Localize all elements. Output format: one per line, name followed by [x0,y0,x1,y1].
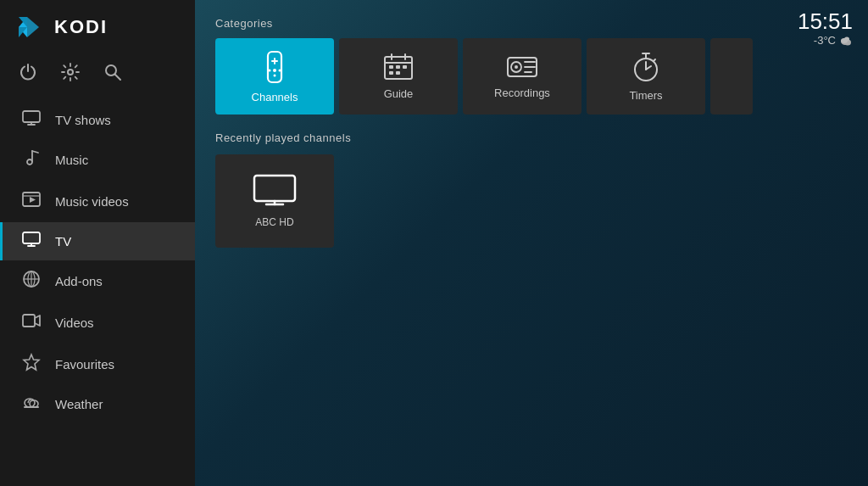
recently-section: Recently played channels ABC HD [215,131,848,248]
sidebar-label-weather: Weather [55,397,103,411]
abc-hd-label: ABC HD [255,216,293,228]
main-content: 15:51 -3°C Categories [195,0,868,486]
timers-label: Timers [629,89,662,102]
channels-icon [261,50,288,84]
sidebar-label-add-ons: Add-ons [55,274,103,288]
sidebar-label-favourites: Favourites [55,357,114,371]
music-videos-icon [21,190,42,213]
power-icon[interactable] [19,63,37,86]
svg-rect-43 [389,71,393,75]
svg-marker-22 [35,316,40,326]
svg-point-35 [269,69,271,71]
clock-weather: -3°C [798,34,853,47]
abc-hd-icon [253,174,297,208]
svg-line-6 [115,75,121,81]
search-icon[interactable] [103,63,122,86]
tv-shows-icon [21,110,42,130]
svg-marker-12 [30,197,36,203]
categories-label: Categories [215,17,848,30]
channels-label: Channels [252,91,298,103]
weather-icon [21,394,42,414]
logo-area: KODI [0,0,195,54]
sidebar-item-tv-shows[interactable]: TV shows [0,101,195,139]
timers-icon [632,52,659,82]
svg-rect-42 [403,65,407,69]
recordings-icon [506,54,538,80]
svg-point-10 [27,159,32,165]
tv-icon [21,232,42,251]
channel-tile-abc-hd[interactable]: ABC HD [215,154,334,248]
svg-point-37 [274,74,276,76]
svg-rect-7 [23,111,40,122]
svg-line-58 [654,59,655,61]
settings-icon[interactable] [61,63,80,86]
category-tile-channels[interactable]: Channels [215,38,334,115]
app-title: KODI [54,16,108,38]
channels-row: ABC HD [215,154,848,248]
svg-marker-1 [27,17,39,37]
clock-area: 15:51 -3°C [798,10,853,47]
svg-point-49 [515,65,518,69]
add-ons-icon [21,270,42,293]
videos-icon [21,311,42,334]
sidebar-item-videos[interactable]: Videos [0,302,195,344]
svg-rect-14 [23,232,40,243]
svg-point-34 [273,69,276,72]
sidebar: KODI [0,0,195,486]
svg-rect-31 [268,52,281,82]
clock-time: 15:51 [798,10,853,32]
music-icon [21,148,42,171]
weather-cloud-icon [839,35,853,47]
sidebar-item-favourites[interactable]: Favourites [0,344,195,385]
kodi-logo-icon [15,12,46,42]
svg-rect-44 [396,71,400,75]
svg-rect-40 [389,65,393,69]
recordings-label: Recordings [494,87,550,99]
sidebar-item-add-ons[interactable]: Add-ons [0,260,195,302]
sidebar-item-tv[interactable]: TV [0,222,195,260]
categories-row: Channels Guide [215,38,848,115]
guide-icon [383,53,414,81]
category-tile-guide[interactable]: Guide [339,38,458,115]
svg-rect-21 [23,315,35,327]
svg-point-30 [844,36,849,41]
svg-rect-41 [396,65,400,69]
temperature-display: -3°C [814,34,836,47]
svg-point-36 [279,69,281,71]
sidebar-item-music-videos[interactable]: Music videos [0,181,195,222]
top-icons-bar [0,54,195,101]
sidebar-label-tv: TV [55,234,71,249]
sidebar-label-videos: Videos [55,316,94,330]
recently-played-label: Recently played channels [215,131,848,144]
sidebar-item-music[interactable]: Music [0,139,195,181]
guide-label: Guide [384,87,414,100]
category-tile-recordings[interactable]: Recordings [463,38,581,115]
sidebar-item-weather[interactable]: Weather [0,385,195,423]
svg-point-4 [68,70,73,75]
category-tile-partial[interactable] [710,38,753,115]
category-tile-timers[interactable]: Timers [587,38,705,115]
sidebar-label-music-videos: Music videos [55,194,129,209]
svg-rect-59 [254,176,295,201]
svg-marker-23 [24,355,39,370]
categories-section: Categories Channels [215,17,848,115]
nav-items: TV shows Music Music video [0,101,195,486]
sidebar-label-music: Music [55,153,88,167]
sidebar-label-tv-shows: TV shows [55,113,111,127]
favourites-icon [21,353,42,376]
